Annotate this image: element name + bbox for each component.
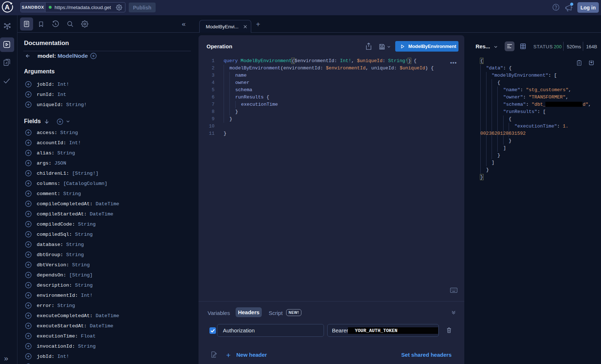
svg-text:A: A: [5, 3, 10, 11]
